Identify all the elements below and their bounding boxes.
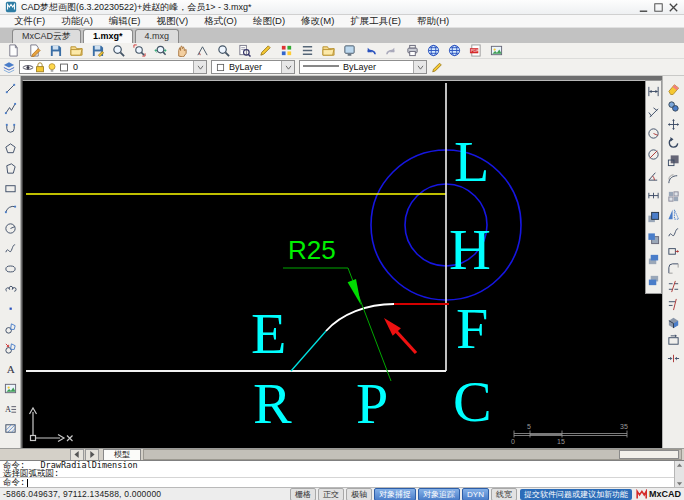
layer-combobox[interactable]: 0	[19, 60, 207, 74]
visibility-icon[interactable]	[22, 61, 34, 73]
mirror-icon[interactable]	[663, 205, 684, 223]
save-icon[interactable]	[45, 43, 66, 58]
chamfer-line[interactable]	[291, 331, 326, 371]
minimize-icon[interactable]	[637, 1, 650, 14]
web-publish-icon[interactable]	[444, 43, 465, 58]
menu-exttools[interactable]: 扩展工具(E)	[342, 15, 409, 28]
rotate-icon[interactable]	[663, 133, 684, 151]
letter-R[interactable]: R	[253, 371, 292, 436]
image-export-icon[interactable]	[486, 43, 507, 58]
trim-icon[interactable]	[663, 277, 684, 295]
command-scrollbar[interactable]	[674, 461, 684, 487]
draworder-below-icon[interactable]	[646, 270, 661, 291]
menu-format[interactable]: 格式(O)	[196, 15, 245, 28]
maximize-icon[interactable]	[652, 1, 665, 14]
circle-icon[interactable]	[0, 218, 20, 238]
print-icon[interactable]	[402, 43, 423, 58]
dim-linear-icon[interactable]	[646, 81, 661, 102]
toggle-ortho[interactable]: 正交	[318, 488, 344, 500]
command-window[interactable]: 命令: _DrawRadialDimension 选择圆弧或圆: 命令:	[0, 460, 684, 487]
spline-icon[interactable]	[0, 238, 20, 258]
scroll-up-icon[interactable]	[675, 461, 684, 469]
menu-view[interactable]: 视图(V)	[148, 15, 196, 28]
scale-icon[interactable]	[663, 151, 684, 169]
pdf-export-icon[interactable]: PDF	[465, 43, 486, 58]
menu-file[interactable]: 文件(F)	[6, 15, 53, 28]
horizontal-scrollbar[interactable]	[143, 449, 682, 460]
measure-angle-icon[interactable]	[192, 43, 213, 58]
dim-continue-icon[interactable]	[646, 186, 661, 207]
arc-3point-icon[interactable]	[0, 198, 20, 218]
menu-function[interactable]: 功能(A)	[53, 15, 101, 28]
color-combobox[interactable]: ByLayer	[211, 60, 295, 74]
zoom-dynamic-icon[interactable]	[150, 43, 171, 58]
draworder-front-icon[interactable]	[646, 207, 661, 228]
toggle-osnap[interactable]: 对象捕捉	[374, 488, 416, 500]
radius-dimension-label[interactable]: R25	[288, 235, 336, 265]
image-icon[interactable]	[0, 378, 20, 398]
new-file-icon[interactable]	[3, 43, 24, 58]
insert-block-icon[interactable]	[0, 338, 20, 358]
folder-manage-icon[interactable]	[318, 43, 339, 58]
menu-help[interactable]: 帮助(H)	[409, 15, 457, 28]
revcloud-icon[interactable]	[0, 278, 20, 298]
toggle-otrack[interactable]: 对象追踪	[418, 488, 460, 500]
display-settings-icon[interactable]	[339, 43, 360, 58]
scrollbar-thumb[interactable]	[619, 450, 679, 459]
rectangle-icon[interactable]	[0, 178, 20, 198]
toggle-polar[interactable]: 极轴	[346, 488, 372, 500]
boundary-icon[interactable]	[663, 331, 684, 349]
dropdown-arrow-icon[interactable]	[193, 61, 206, 73]
bulb-icon[interactable]	[46, 61, 58, 73]
feedback-button[interactable]: 提交软件问题或建议加新功能	[520, 489, 632, 500]
letter-E[interactable]: E	[251, 301, 286, 366]
spline-edit-icon[interactable]	[663, 223, 684, 241]
dim-aligned-icon[interactable]	[646, 102, 661, 123]
fillet-icon[interactable]	[663, 259, 684, 277]
zoom-object-icon[interactable]	[213, 43, 234, 58]
layer-swatch-icon[interactable]	[58, 61, 70, 73]
dropdown-arrow-icon[interactable]	[413, 61, 426, 73]
find-icon[interactable]	[234, 43, 255, 58]
move-icon[interactable]	[663, 115, 684, 133]
menu-edit[interactable]: 编辑(E)	[101, 15, 149, 28]
line-icon[interactable]	[0, 78, 20, 98]
point-icon[interactable]	[0, 298, 20, 318]
annotation-arrow-shaft[interactable]	[395, 330, 416, 353]
doc-tab-4mxg[interactable]: 4.mxg	[135, 29, 180, 43]
hatch-icon[interactable]	[0, 418, 20, 438]
linetype-combobox[interactable]: ByLayer	[299, 60, 427, 74]
explode-icon[interactable]	[663, 313, 684, 331]
text-icon[interactable]: A	[0, 358, 20, 378]
copy-icon[interactable]	[663, 97, 684, 115]
doc-tab-1mxg[interactable]: 1.mxg*	[83, 29, 133, 43]
mtext-icon[interactable]: A	[0, 398, 20, 418]
extend-icon[interactable]	[663, 295, 684, 313]
layers-icon[interactable]	[3, 61, 15, 73]
offset-icon[interactable]	[663, 169, 684, 187]
letter-F[interactable]: F	[456, 296, 488, 361]
polyline-icon[interactable]	[0, 98, 20, 118]
toggle-grid[interactable]: 栅格	[290, 488, 316, 500]
close-icon[interactable]	[667, 1, 680, 14]
letter-H[interactable]: H	[449, 217, 491, 282]
polygon-icon[interactable]	[0, 138, 20, 158]
draw-pencil-icon[interactable]	[255, 43, 276, 58]
letter-C[interactable]: C	[453, 369, 492, 434]
fillet-arc[interactable]	[326, 304, 394, 331]
doc-tab-mxcad-cloud[interactable]: MxCAD云梦	[12, 29, 81, 43]
toggle-lineweight[interactable]: 线宽	[491, 488, 517, 500]
dropdown-arrow-icon[interactable]	[281, 61, 294, 73]
zoom-window-icon[interactable]	[129, 43, 150, 58]
block-icon[interactable]	[0, 318, 20, 338]
join-icon[interactable]	[663, 349, 684, 367]
menu-modify[interactable]: 修改(M)	[293, 15, 342, 28]
model-tab[interactable]: 模型	[103, 449, 141, 460]
tab-prev-icon[interactable]	[70, 449, 84, 461]
save-as-icon[interactable]	[87, 43, 108, 58]
tab-next-icon[interactable]	[85, 449, 99, 461]
menu-draw[interactable]: 绘图(D)	[245, 15, 293, 28]
pencil-edit-icon[interactable]	[431, 61, 443, 73]
drawing-canvas[interactable]: R25 L H F E R P C 5 35 0 15	[22, 80, 663, 449]
ellipse-icon[interactable]	[0, 258, 20, 278]
